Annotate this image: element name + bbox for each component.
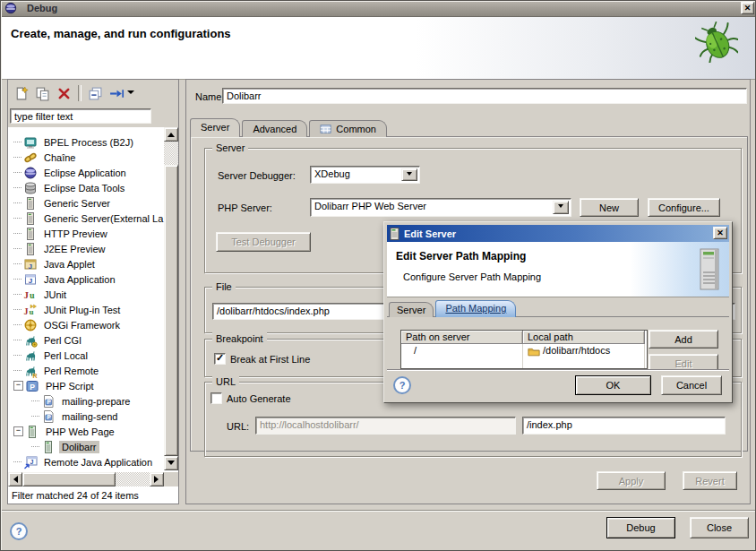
tree-item-junit[interactable]: JuJUnit	[8, 287, 164, 302]
base-url-input[interactable]: http://localhostdolibarr/	[255, 417, 516, 435]
path-mapping-tab-content: Path on server Local path //dolibarr/htd…	[387, 316, 729, 370]
tree-item-mailing-prepare[interactable]: Pmailing-prepare	[8, 393, 164, 409]
tree-item-label: Perl Local	[41, 349, 90, 362]
tree-item-label: Chaîne	[41, 151, 78, 164]
configuration-name-input[interactable]: Dolibarr	[222, 88, 747, 104]
edit-server-help-icon[interactable]: ?	[393, 376, 411, 394]
php-file-icon: P	[41, 409, 56, 424]
window-titlebar[interactable]: Debug ✕	[0, 0, 756, 17]
filter-input[interactable]: type filter text	[10, 108, 151, 124]
column-local-path[interactable]: Local path	[523, 331, 645, 344]
tree-item-junit-plug-in-test[interactable]: JuJUnit Plug-in Test	[8, 302, 164, 317]
add-mapping-button[interactable]: Add	[649, 330, 718, 349]
edit-server-heading: Edit Server Path Mapping	[396, 250, 526, 263]
ok-button[interactable]: OK	[575, 375, 651, 395]
test-debugger-button[interactable]: Test Debugger	[216, 232, 311, 252]
php-server-label: PHP Server:	[218, 202, 272, 213]
break-first-line-label: Break at First Line	[230, 354, 310, 365]
tree-item-perl-remote[interactable]: RPerl Remote	[8, 363, 164, 378]
tree-item-java-applet[interactable]: JJava Applet	[8, 256, 164, 271]
tree-item-http-preview[interactable]: HTTP Preview	[8, 226, 164, 241]
window-close-button[interactable]: ✕	[741, 2, 754, 14]
edit-server-header: Edit Server Path Mapping Configure Serve…	[387, 242, 729, 297]
tree-item-label: Dolibarr	[59, 441, 99, 453]
configurations-tree: BPEL Process (B2J)ChaîneEclipse Applicat…	[8, 127, 164, 470]
svg-text:J: J	[29, 262, 32, 270]
new-configuration-icon[interactable]	[12, 84, 30, 102]
cancel-button[interactable]: Cancel	[661, 375, 722, 395]
revert-button[interactable]: Revert	[683, 471, 737, 490]
edit-server-titlebar[interactable]: Edit Server ✕	[387, 225, 729, 242]
perl-cgi-icon	[23, 333, 38, 348]
osgi-icon	[23, 318, 38, 332]
edit-server-tab-path-mapping[interactable]: Path Mapping	[435, 300, 516, 317]
collapse-expander-icon[interactable]: −	[13, 426, 23, 436]
edit-server-close-button[interactable]: ✕	[713, 227, 727, 239]
edit-mapping-button[interactable]: Edit	[649, 354, 718, 370]
collapse-all-icon[interactable]	[86, 84, 104, 102]
perl-remote-icon: R	[23, 364, 38, 378]
scroll-left-arrow[interactable]	[8, 472, 22, 486]
horizontal-scroll-thumb[interactable]	[22, 472, 116, 486]
configure-server-button[interactable]: Configure...	[648, 198, 720, 217]
java-icon: J	[23, 272, 38, 287]
tree-item-dolibarr[interactable]: Dolibarr	[8, 439, 164, 454]
server-debugger-combo[interactable]: XDebug	[310, 166, 420, 184]
tree-item-label: J2EE Preview	[41, 243, 107, 255]
tree-item-generic-server[interactable]: Generic Server	[8, 195, 164, 211]
tree-horizontal-scrollbar[interactable]	[8, 472, 164, 486]
apply-button[interactable]: Apply	[597, 471, 666, 490]
auto-generate-checkbox[interactable]	[210, 392, 222, 404]
server-tower-icon	[696, 247, 723, 294]
combo-arrow-icon[interactable]	[401, 168, 417, 181]
debug-button[interactable]: Debug	[606, 517, 675, 538]
url-label: URL:	[227, 421, 249, 432]
php-server-combo[interactable]: Dolibarr PHP Web Server	[310, 198, 571, 217]
collapse-expander-icon[interactable]: −	[13, 381, 23, 391]
tree-item-bpel-process-b2j[interactable]: BPEL Process (B2J)	[8, 134, 164, 150]
chain-icon	[23, 151, 38, 165]
tab-server[interactable]: Server	[190, 118, 240, 137]
tab-common[interactable]: Common	[309, 120, 387, 137]
tree-item-eclipse-data-tools[interactable]: Eclipse Data Tools	[8, 180, 164, 195]
svg-text:J: J	[29, 277, 32, 285]
server-icon	[23, 242, 38, 256]
close-button[interactable]: Close	[690, 517, 749, 538]
tree-item-php-script[interactable]: −PPHP Script	[8, 378, 164, 393]
filter-menu-icon[interactable]	[107, 84, 125, 102]
delete-configuration-icon[interactable]	[55, 84, 73, 102]
edit-server-tab-server[interactable]: Server	[389, 302, 434, 317]
tree-item-generic-server-external-la[interactable]: Generic Server(External La	[8, 211, 164, 226]
window-title: Debug	[27, 3, 57, 13]
tree-item-java-application[interactable]: JJava Application	[8, 271, 164, 287]
tree-item-remote-java-application[interactable]: JRemote Java Application	[8, 454, 164, 469]
grid-icon	[320, 124, 332, 134]
scroll-down-arrow[interactable]	[164, 456, 178, 470]
svg-text:J: J	[24, 306, 29, 316]
vertical-scroll-thumb[interactable]	[164, 165, 178, 456]
tree-item-cha-ne[interactable]: Chaîne	[8, 150, 164, 165]
help-icon[interactable]: ?	[10, 522, 28, 540]
filter-dropdown-arrow-icon[interactable]	[127, 90, 134, 98]
duplicate-configuration-icon[interactable]	[33, 84, 51, 102]
tree-item-perl-local[interactable]: Perl Local	[8, 348, 164, 363]
scroll-up-arrow[interactable]	[164, 127, 178, 142]
url-path-input[interactable]: /index.php	[522, 417, 726, 435]
combo-arrow-icon[interactable]	[553, 201, 569, 214]
tree-item-label: Remote Java Application	[41, 456, 155, 469]
scroll-right-arrow[interactable]	[150, 472, 164, 486]
column-path-on-server[interactable]: Path on server	[401, 331, 523, 344]
tree-item-mailing-send[interactable]: Pmailing-send	[8, 409, 164, 424]
break-first-line-checkbox[interactable]	[214, 353, 226, 365]
tree-item-php-web-page[interactable]: −PHP Web Page	[8, 424, 164, 439]
path-mapping-row[interactable]: //dolibarr/htdocs	[401, 344, 647, 357]
tree-item-osgi-framework[interactable]: OSGi Framework	[8, 317, 164, 332]
tab-advanced[interactable]: Advanced	[242, 120, 307, 137]
tree-item-label: Perl Remote	[41, 365, 101, 377]
tree-item-j2ee-preview[interactable]: J2EE Preview	[8, 241, 164, 256]
tree-item-eclipse-application[interactable]: Eclipse Application	[8, 165, 164, 180]
tree-vertical-scrollbar[interactable]	[164, 127, 178, 470]
tree-item-perl-cgi[interactable]: Perl CGI	[8, 332, 164, 348]
new-server-button[interactable]: New	[580, 198, 639, 217]
edit-server-dialog: Edit Server ✕ Edit Server Path Mapping C…	[383, 221, 733, 403]
